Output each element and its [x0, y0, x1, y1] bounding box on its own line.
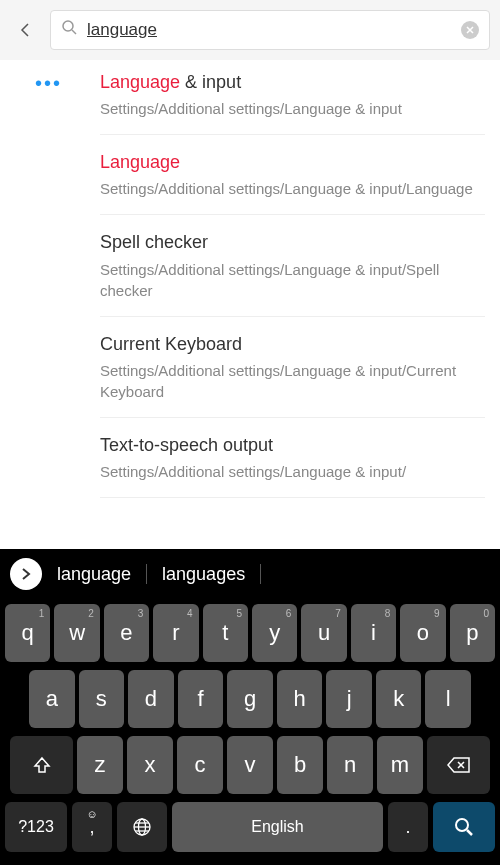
backspace-icon: [447, 756, 471, 774]
search-result-item[interactable]: LanguageSettings/Additional settings/Lan…: [100, 135, 485, 215]
search-results-list: Language & inputSettings/Additional sett…: [0, 60, 500, 498]
result-title: Current Keyboard: [100, 332, 485, 357]
key-l[interactable]: l: [425, 670, 471, 728]
search-result-item[interactable]: Current KeyboardSettings/Additional sett…: [100, 317, 485, 418]
key-v[interactable]: v: [227, 736, 273, 794]
svg-point-7: [456, 819, 468, 831]
backspace-key[interactable]: [427, 736, 490, 794]
suggestion-bar: language languages: [0, 549, 500, 599]
keyboard: language languages q1w2e3r4t5y6u7i8o9p0 …: [0, 549, 500, 865]
search-icon: [61, 19, 79, 41]
key-o[interactable]: o9: [400, 604, 445, 662]
search-result-item[interactable]: Spell checkerSettings/Additional setting…: [100, 215, 485, 316]
key-t[interactable]: t5: [203, 604, 248, 662]
key-a[interactable]: a: [29, 670, 75, 728]
key-z[interactable]: z: [77, 736, 123, 794]
search-result-item[interactable]: Text-to-speech outputSettings/Additional…: [100, 418, 485, 498]
key-k[interactable]: k: [376, 670, 422, 728]
key-e[interactable]: e3: [104, 604, 149, 662]
key-g[interactable]: g: [227, 670, 273, 728]
svg-line-1: [72, 30, 76, 34]
more-menu-button[interactable]: •••: [35, 72, 62, 95]
expand-suggestions-button[interactable]: [10, 558, 42, 590]
comma-key[interactable]: ☺,: [72, 802, 112, 852]
suggestion-word[interactable]: language: [57, 559, 131, 590]
key-number-hint: 6: [286, 608, 292, 619]
globe-icon: [131, 816, 153, 838]
result-path: Settings/Additional settings/Language & …: [100, 178, 485, 199]
svg-point-0: [63, 21, 73, 31]
key-r[interactable]: r4: [153, 604, 198, 662]
period-key[interactable]: .: [388, 802, 428, 852]
key-h[interactable]: h: [277, 670, 323, 728]
key-number-hint: 7: [335, 608, 341, 619]
search-key[interactable]: [433, 802, 495, 852]
result-path: Settings/Additional settings/Language & …: [100, 461, 485, 482]
result-title: Spell checker: [100, 230, 485, 255]
key-number-hint: 9: [434, 608, 440, 619]
search-box[interactable]: [50, 10, 490, 50]
key-number-hint: 2: [88, 608, 94, 619]
key-number-hint: 0: [483, 608, 489, 619]
key-number-hint: 1: [39, 608, 45, 619]
key-w[interactable]: w2: [54, 604, 99, 662]
key-q[interactable]: q1: [5, 604, 50, 662]
suggestion-word[interactable]: languages: [162, 559, 245, 590]
key-p[interactable]: p0: [450, 604, 495, 662]
key-f[interactable]: f: [178, 670, 224, 728]
shift-icon: [32, 755, 52, 775]
key-m[interactable]: m: [377, 736, 423, 794]
key-c[interactable]: c: [177, 736, 223, 794]
key-rows: q1w2e3r4t5y6u7i8o9p0 asdfghjkl zxcvbnm ?…: [0, 599, 500, 865]
key-b[interactable]: b: [277, 736, 323, 794]
key-s[interactable]: s: [79, 670, 125, 728]
shift-key[interactable]: [10, 736, 73, 794]
result-path: Settings/Additional settings/Language & …: [100, 98, 485, 119]
search-result-item[interactable]: Language & inputSettings/Additional sett…: [100, 60, 485, 135]
svg-line-8: [467, 830, 472, 835]
symbols-key[interactable]: ?123: [5, 802, 67, 852]
space-key[interactable]: English: [172, 802, 383, 852]
result-path: Settings/Additional settings/Language & …: [100, 360, 485, 402]
emoji-icon: ☺: [86, 808, 97, 820]
chevron-left-icon: [17, 22, 33, 38]
key-number-hint: 5: [236, 608, 242, 619]
result-title: Text-to-speech output: [100, 433, 485, 458]
key-j[interactable]: j: [326, 670, 372, 728]
result-title: Language: [100, 150, 485, 175]
result-path: Settings/Additional settings/Language & …: [100, 259, 485, 301]
chevron-right-icon: [19, 567, 33, 581]
close-icon: [465, 25, 475, 35]
divider: [146, 564, 147, 584]
key-number-hint: 8: [385, 608, 391, 619]
search-icon: [453, 816, 475, 838]
clear-search-button[interactable]: [461, 21, 479, 39]
key-number-hint: 3: [138, 608, 144, 619]
key-y[interactable]: y6: [252, 604, 297, 662]
key-x[interactable]: x: [127, 736, 173, 794]
divider: [260, 564, 261, 584]
key-i[interactable]: i8: [351, 604, 396, 662]
back-button[interactable]: [10, 15, 40, 45]
key-number-hint: 4: [187, 608, 193, 619]
language-key[interactable]: [117, 802, 167, 852]
search-input[interactable]: [87, 20, 461, 40]
search-header: [0, 0, 500, 60]
key-n[interactable]: n: [327, 736, 373, 794]
key-d[interactable]: d: [128, 670, 174, 728]
result-title: Language & input: [100, 70, 485, 95]
key-u[interactable]: u7: [301, 604, 346, 662]
